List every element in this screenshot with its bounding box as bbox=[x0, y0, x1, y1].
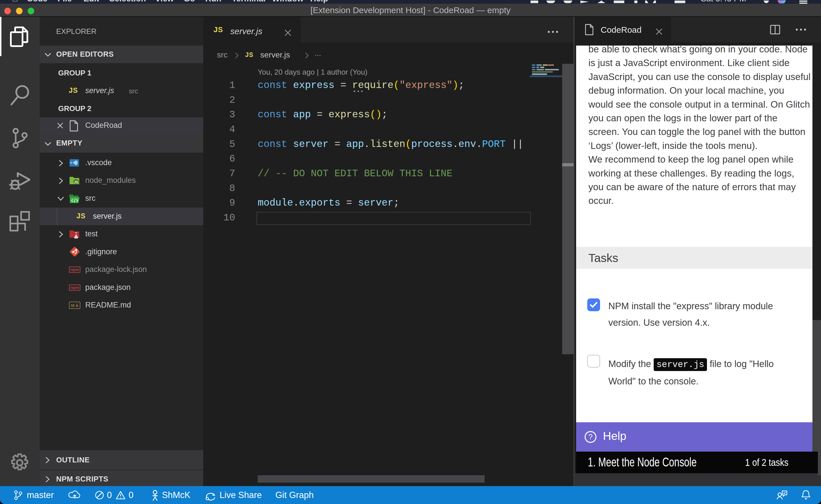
svg-text:?: ? bbox=[588, 433, 592, 441]
svg-text:M: M bbox=[71, 303, 75, 308]
svg-text:npm: npm bbox=[70, 285, 79, 290]
svg-text:JS: JS bbox=[74, 180, 78, 184]
svg-text:npm: npm bbox=[70, 267, 79, 272]
